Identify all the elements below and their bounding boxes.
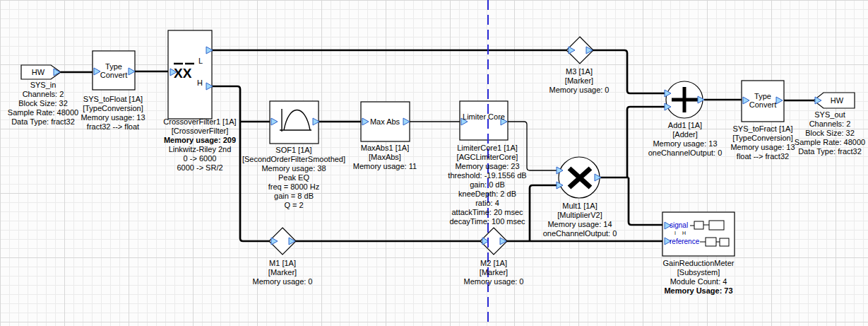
limiter-title: Limiter Core [463, 112, 505, 121]
sof1-block[interactable] [270, 101, 319, 144]
m3-caption: M3 [1A] [Marker] Memory usage: 0 [535, 67, 623, 95]
limiter-caption: LimiterCore1 [1A] [AGCLimiterCore] Memor… [432, 144, 542, 226]
layout-canvas[interactable]: XX [0, 0, 868, 326]
grm-caption: GainReductionMeter [Subsystem] Module Co… [653, 259, 744, 296]
sys-out-title: HW [822, 96, 852, 105]
crossover-high-label: H [197, 78, 203, 87]
grm-signal-port-label: signal [670, 221, 688, 229]
crossover-caption: CrossoverFilter1 [1A] [CrossoverFilter] … [149, 117, 251, 173]
mult-caption: Mult1 [1A] [MultiplierV2] Memory usage: … [534, 202, 626, 238]
sys-to-float-title: Type Convert [96, 62, 131, 79]
maxabs-title: Max Abs [363, 117, 407, 126]
wire-mult-grm-signal [629, 177, 665, 225]
m1-caption: M1 [1A] [Marker] Memory usage: 0 [239, 259, 326, 286]
sys-out-caption: SYS_out Channels: 2 Block Size: 32 Sampl… [792, 110, 868, 156]
sys-in-title: HW [23, 68, 54, 76]
gainreductionmeter-block[interactable] [662, 212, 735, 256]
svg-text:XX: XX [174, 66, 192, 81]
grm-sub-i-label: I [674, 231, 676, 235]
sof-caption: SOF1 [1A] [SecondOrderFilterSmoothed] Me… [237, 146, 350, 210]
grm-reference-port-label: reference [670, 238, 699, 245]
sys-to-fract-title: Type Convert [744, 92, 781, 109]
maxabs-caption: MaxAbs1 [1A] [MaxAbs] Memory usage: 11 [341, 144, 429, 171]
sys-to-float-caption: SYS_toFloat [1A] [TypeConversion] Memory… [66, 95, 160, 132]
m2-caption: M2 [1A] [Marker] Memory usage: 0 [450, 259, 537, 286]
grm-sub-h-label: H [682, 231, 686, 235]
crossover-low-label: L [198, 57, 203, 65]
